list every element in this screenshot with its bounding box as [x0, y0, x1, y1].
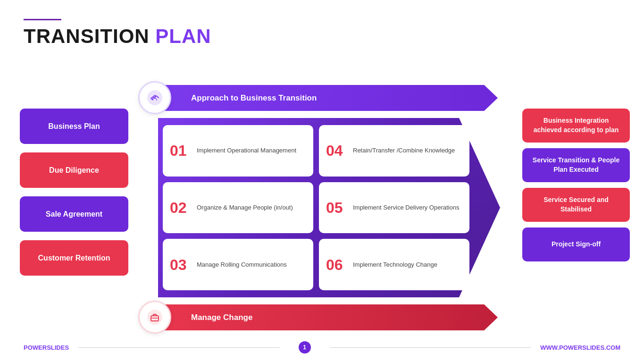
- left-card-business-plan: Business Plan: [20, 109, 128, 144]
- top-arrow-shape: Approach to Business Transition: [158, 85, 498, 111]
- footer-line-left: [78, 347, 280, 348]
- title-purple: PLAN: [155, 25, 211, 47]
- card-number-04: 04: [326, 143, 347, 158]
- bottom-circle-icon: [138, 301, 171, 334]
- center-diagram: Approach to Business Transition 01 Imple…: [137, 85, 500, 330]
- process-cards-grid: 01 Implement Operational Management 04 R…: [163, 125, 469, 290]
- header: TRANSITION PLAN: [24, 19, 211, 48]
- card-number-01: 01: [170, 143, 191, 158]
- right-card-business-integration: Business Integration achieved according …: [522, 109, 630, 143]
- card-text-04: Retain/Transfer /Combine Knowledge: [353, 146, 455, 155]
- footer: POWERSLIDES 1 WWW.POWERSLIDES.COM: [0, 341, 644, 354]
- left-column: Business Plan Due Diligence Sale Agreeme…: [20, 109, 128, 276]
- footer-brand-left: POWERSLIDES: [24, 344, 69, 351]
- svg-rect-2: [147, 310, 162, 325]
- footer-page-number: 1: [299, 341, 311, 354]
- bottom-arrow-bar: Manage Change: [158, 304, 500, 330]
- card-text-05: Implement Service Delivery Operations: [353, 203, 459, 212]
- card-number-06: 06: [326, 257, 347, 272]
- card-number-05: 05: [326, 200, 347, 215]
- handshake-icon: [147, 90, 162, 105]
- header-accent-line: [24, 19, 61, 20]
- footer-line-right: [330, 347, 531, 348]
- card-text-03: Manage Rolling Communications: [197, 261, 287, 269]
- title-black: TRANSITION: [24, 25, 155, 47]
- left-card-customer-retention: Customer Retention: [20, 240, 128, 276]
- top-arrow-bar: Approach to Business Transition: [158, 85, 500, 111]
- left-card-due-diligence: Due Diligence: [20, 152, 128, 188]
- main-arrow-body: 01 Implement Operational Management 04 R…: [137, 118, 500, 297]
- right-card-service-transition: Service Transition & People Plan Execute…: [522, 148, 630, 182]
- right-card-project-signoff: Project Sign-off: [522, 227, 630, 261]
- bottom-arrow-shape: Manage Change: [158, 304, 498, 330]
- process-card-03: 03 Manage Rolling Communications: [163, 239, 313, 290]
- bottom-arrow-label: Manage Change: [191, 313, 252, 322]
- briefcase-icon: [147, 310, 162, 325]
- footer-brand-right: WWW.POWERSLIDES.COM: [540, 344, 620, 351]
- top-circle-icon: [138, 81, 171, 114]
- process-card-02: 02 Organize & Manage People (in/out): [163, 182, 313, 234]
- process-card-01: 01 Implement Operational Management: [163, 125, 313, 177]
- card-number-02: 02: [170, 200, 191, 215]
- left-card-sale-agreement: Sale Agreement: [20, 196, 128, 232]
- card-text-02: Organize & Manage People (in/out): [197, 203, 293, 212]
- card-number-03: 03: [170, 257, 191, 272]
- card-text-06: Implement Technology Change: [353, 261, 437, 269]
- top-arrow-label: Approach to Business Transition: [191, 93, 317, 103]
- page-title: TRANSITION PLAN: [24, 25, 211, 48]
- right-column: Business Integration achieved according …: [522, 109, 630, 261]
- right-card-service-secured: Service Secured and Stabilised: [522, 188, 630, 222]
- process-card-05: 05 Implement Service Delivery Operations: [319, 182, 469, 234]
- process-card-04: 04 Retain/Transfer /Combine Knowledge: [319, 125, 469, 177]
- process-card-06: 06 Implement Technology Change: [319, 239, 469, 290]
- card-text-01: Implement Operational Management: [197, 146, 296, 155]
